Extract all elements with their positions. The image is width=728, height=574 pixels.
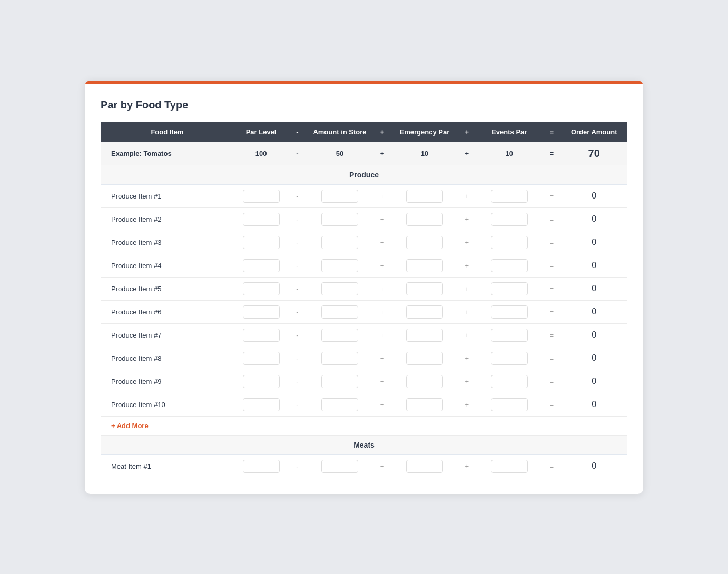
amount-in-store-cell[interactable] bbox=[307, 254, 373, 277]
amount-in-store-cell[interactable] bbox=[307, 370, 373, 393]
amount-in-store-input[interactable] bbox=[321, 259, 358, 272]
par-level-cell[interactable] bbox=[234, 393, 288, 416]
amount-in-store-input[interactable] bbox=[321, 190, 358, 203]
par-level-cell[interactable] bbox=[234, 184, 288, 207]
par-level-input[interactable] bbox=[243, 190, 280, 203]
events-par-input[interactable] bbox=[491, 213, 528, 226]
example-order-amount: 70 bbox=[560, 142, 627, 165]
par-level-cell[interactable] bbox=[234, 300, 288, 323]
par-level-cell[interactable] bbox=[234, 207, 288, 231]
col-events-par: Events Par bbox=[476, 122, 543, 142]
events-par-input[interactable] bbox=[491, 329, 528, 342]
emergency-par-input[interactable] bbox=[406, 305, 443, 319]
par-level-input[interactable] bbox=[243, 375, 280, 388]
par-level-cell[interactable] bbox=[234, 347, 288, 370]
par-level-cell[interactable] bbox=[234, 370, 288, 393]
emergency-par-cell[interactable] bbox=[391, 347, 458, 370]
emergency-par-input[interactable] bbox=[406, 375, 443, 388]
emergency-par-cell[interactable] bbox=[391, 207, 458, 231]
events-par-cell[interactable] bbox=[476, 184, 543, 207]
par-level-input[interactable] bbox=[243, 282, 280, 295]
example-food-name: Example: Tomatos bbox=[101, 142, 234, 165]
emergency-par-cell[interactable] bbox=[391, 277, 458, 300]
events-par-input[interactable] bbox=[491, 375, 528, 388]
emergency-par-cell[interactable] bbox=[391, 254, 458, 277]
add-more-produce[interactable]: + Add More bbox=[101, 416, 627, 435]
events-par-input[interactable] bbox=[491, 282, 528, 295]
events-par-input[interactable] bbox=[491, 398, 528, 411]
events-par-cell[interactable] bbox=[476, 454, 543, 478]
amount-in-store-cell[interactable] bbox=[307, 347, 373, 370]
events-par-input[interactable] bbox=[491, 190, 528, 203]
events-par-cell[interactable] bbox=[476, 347, 543, 370]
emergency-par-cell[interactable] bbox=[391, 370, 458, 393]
amount-in-store-cell[interactable] bbox=[307, 231, 373, 254]
amount-in-store-cell[interactable] bbox=[307, 300, 373, 323]
amount-in-store-input[interactable] bbox=[321, 236, 358, 249]
par-level-input[interactable] bbox=[243, 329, 280, 342]
page-wrapper: Par by Food Type Food Item Par Level - A… bbox=[0, 0, 728, 574]
par-level-cell[interactable] bbox=[234, 454, 288, 478]
amount-in-store-input[interactable] bbox=[321, 213, 358, 226]
amount-in-store-input[interactable] bbox=[321, 398, 358, 411]
events-par-input[interactable] bbox=[491, 236, 528, 249]
events-par-input[interactable] bbox=[491, 259, 528, 272]
order-amount-value: 0 bbox=[560, 207, 627, 231]
emergency-par-input[interactable] bbox=[406, 352, 443, 365]
col-amount-in-store: Amount in Store bbox=[307, 122, 373, 142]
amount-in-store-input[interactable] bbox=[321, 460, 358, 473]
par-level-input[interactable] bbox=[243, 305, 280, 319]
par-level-input[interactable] bbox=[243, 213, 280, 226]
emergency-par-input[interactable] bbox=[406, 329, 443, 342]
amount-in-store-input[interactable] bbox=[321, 305, 358, 319]
table-row: Produce Item #10 - + + = 0 bbox=[101, 393, 627, 416]
par-level-input[interactable] bbox=[243, 236, 280, 249]
par-level-cell[interactable] bbox=[234, 277, 288, 300]
add-more-label[interactable]: + Add More bbox=[101, 416, 627, 435]
plus1-operator: + bbox=[373, 254, 391, 277]
col-food-item: Food Item bbox=[101, 122, 234, 142]
amount-in-store-cell[interactable] bbox=[307, 393, 373, 416]
events-par-cell[interactable] bbox=[476, 277, 543, 300]
amount-in-store-cell[interactable] bbox=[307, 207, 373, 231]
amount-in-store-input[interactable] bbox=[321, 352, 358, 365]
emergency-par-input[interactable] bbox=[406, 213, 443, 226]
emergency-par-input[interactable] bbox=[406, 236, 443, 249]
events-par-input[interactable] bbox=[491, 305, 528, 319]
emergency-par-cell[interactable] bbox=[391, 300, 458, 323]
amount-in-store-input[interactable] bbox=[321, 329, 358, 342]
emergency-par-input[interactable] bbox=[406, 190, 443, 203]
example-plus1: + bbox=[373, 142, 391, 165]
events-par-input[interactable] bbox=[491, 460, 528, 473]
amount-in-store-cell[interactable] bbox=[307, 323, 373, 347]
emergency-par-cell[interactable] bbox=[391, 393, 458, 416]
events-par-cell[interactable] bbox=[476, 254, 543, 277]
amount-in-store-cell[interactable] bbox=[307, 184, 373, 207]
emergency-par-cell[interactable] bbox=[391, 231, 458, 254]
par-level-cell[interactable] bbox=[234, 323, 288, 347]
events-par-cell[interactable] bbox=[476, 370, 543, 393]
emergency-par-input[interactable] bbox=[406, 460, 443, 473]
par-level-input[interactable] bbox=[243, 352, 280, 365]
amount-in-store-input[interactable] bbox=[321, 282, 358, 295]
events-par-cell[interactable] bbox=[476, 393, 543, 416]
events-par-cell[interactable] bbox=[476, 207, 543, 231]
emergency-par-input[interactable] bbox=[406, 259, 443, 272]
events-par-cell[interactable] bbox=[476, 300, 543, 323]
emergency-par-input[interactable] bbox=[406, 282, 443, 295]
par-level-input[interactable] bbox=[243, 460, 280, 473]
par-level-input[interactable] bbox=[243, 398, 280, 411]
events-par-input[interactable] bbox=[491, 352, 528, 365]
emergency-par-cell[interactable] bbox=[391, 184, 458, 207]
par-level-cell[interactable] bbox=[234, 254, 288, 277]
events-par-cell[interactable] bbox=[476, 231, 543, 254]
emergency-par-cell[interactable] bbox=[391, 323, 458, 347]
amount-in-store-input[interactable] bbox=[321, 375, 358, 388]
amount-in-store-cell[interactable] bbox=[307, 277, 373, 300]
amount-in-store-cell[interactable] bbox=[307, 454, 373, 478]
par-level-cell[interactable] bbox=[234, 231, 288, 254]
par-level-input[interactable] bbox=[243, 259, 280, 272]
emergency-par-cell[interactable] bbox=[391, 454, 458, 478]
emergency-par-input[interactable] bbox=[406, 398, 443, 411]
events-par-cell[interactable] bbox=[476, 323, 543, 347]
